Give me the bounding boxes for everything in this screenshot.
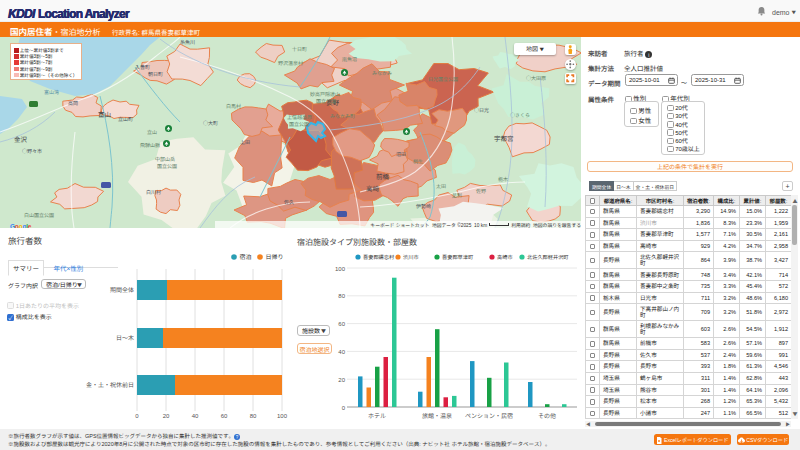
svg-text:その他: その他 [538,411,556,420]
svg-text:80: 80 [250,411,257,420]
svg-text:日帰り: 日帰り [266,252,284,261]
svg-text:前橋: 前橋 [376,171,390,181]
svg-text:60: 60 [221,411,228,420]
svg-text:立山: 立山 [147,128,157,135]
svg-text:20: 20 [163,411,170,420]
svg-text:吾妻郡嬬恋村: 吾妻郡嬬恋村 [363,253,394,260]
svg-text:飛騨山脈: 飛騨山脈 [140,141,160,148]
svg-text:国立公園: 国立公園 [157,162,177,169]
svg-text:栃木: 栃木 [498,175,508,182]
svg-text:40: 40 [338,347,345,356]
svg-text:ペンション・民宿: ペンション・民宿 [465,411,513,420]
svg-text:上田: 上田 [240,138,250,145]
svg-text:朝日町: 朝日町 [148,70,163,77]
svg-text:国立公園: 国立公園 [316,97,336,104]
svg-text:高岡: 高岡 [68,99,78,106]
svg-text:みなかみ町: みなかみ町 [330,112,355,119]
svg-text:期間全体: 期間全体 [110,285,134,294]
svg-text:20: 20 [338,375,345,384]
svg-text:日光国立公園: 日光国立公園 [428,75,458,82]
svg-text:沼田: 沼田 [396,150,406,157]
svg-text:糸魚川: 糸魚川 [180,38,195,45]
svg-text:伊勢崎: 伊勢崎 [416,202,431,209]
svg-text:宇都宮: 宇都宮 [494,133,514,143]
svg-text:入善町: 入善町 [135,63,150,70]
svg-text:吾妻郡草津町: 吾妻郡草津町 [442,253,474,260]
svg-text:宿泊: 宿泊 [240,252,252,261]
svg-text:高崎: 高崎 [366,183,380,193]
svg-text:中部山岳: 中部山岳 [155,155,175,162]
svg-text:国立公園: 国立公園 [289,120,309,127]
svg-text:渋川市: 渋川市 [403,253,419,260]
svg-text:足利: 足利 [452,191,462,199]
svg-text:○野々市: ○野々市 [22,147,42,154]
svg-text:○さくら: ○さくら [510,111,530,118]
svg-text:80: 80 [338,291,345,300]
svg-text:白山国立公園: 白山国立公園 [24,211,54,218]
svg-text:旅館・温泉: 旅館・温泉 [422,411,452,420]
svg-text:60: 60 [338,319,345,328]
svg-text:十日町: 十日町 [292,45,307,52]
svg-text:40: 40 [192,411,199,420]
svg-text:○日光: ○日光 [474,106,489,113]
svg-text:白川村: 白川村 [146,188,161,195]
svg-text:佐野: 佐野 [476,187,486,194]
svg-text:みなかみ: みなかみ [372,69,392,76]
svg-text:100: 100 [335,264,346,273]
svg-text:○大田原: ○大田原 [526,74,546,81]
svg-text:北佐久郡軽井沢町: 北佐久郡軽井沢町 [527,253,569,260]
svg-text:富山: 富山 [98,109,111,119]
svg-text:0: 0 [342,403,346,412]
svg-text:立山町: 立山町 [118,115,133,122]
svg-text:0: 0 [135,411,139,420]
svg-text:桐生: 桐生 [413,157,423,165]
svg-text:南魚沼: 南魚沼 [342,55,357,62]
svg-text:妙高戸隠連山: 妙高戸隠連山 [310,90,340,97]
svg-text:金・土・祝休前日: 金・土・祝休前日 [86,380,134,389]
svg-text:白馬村: 白馬村 [226,102,241,109]
svg-text:野沢温泉村: 野沢温泉村 [278,59,303,66]
svg-text:上信越高原: 上信越高原 [287,113,312,120]
svg-text:富山湾: 富山湾 [44,88,59,95]
svg-text:高崎市: 高崎市 [497,253,513,260]
svg-text:佐久: 佐久 [284,198,294,205]
svg-text:金沢: 金沢 [14,134,28,144]
svg-text:日～木: 日～木 [116,333,134,342]
svg-text:○大町: ○大町 [203,119,218,126]
svg-text:ホテル: ホテル [368,411,386,420]
svg-text:100: 100 [277,411,288,420]
svg-text:太田: 太田 [436,182,446,189]
